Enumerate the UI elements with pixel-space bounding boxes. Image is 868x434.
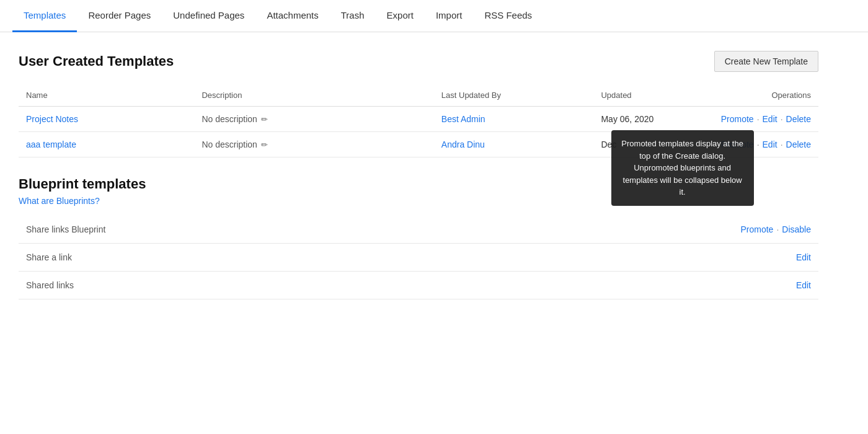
template-operations: Promote · Edit · Delete (714, 132, 818, 157)
col-header-operations: Operations (714, 84, 818, 107)
blueprint-rows: Share links BlueprintPromote · DisableSh… (19, 216, 818, 299)
nav-tab-export[interactable]: Export (376, 0, 425, 32)
blueprint-row-name: Shared links (26, 280, 74, 290)
nav-tab-attachments[interactable]: Attachments (255, 0, 329, 32)
edit-blueprint-link[interactable]: Edit (796, 280, 811, 290)
template-updated-by[interactable]: Andra Dinu (441, 140, 485, 149)
main-content: User Created Templates Create New Templa… (0, 32, 837, 312)
template-description: No description ✏ (194, 107, 433, 132)
template-name-link[interactable]: Project Notes (26, 114, 78, 124)
user-templates-title: User Created Templates (19, 53, 174, 69)
user-templates-table: Name Description Last Updated By Updated… (19, 84, 818, 157)
blueprint-row-ops: Edit (796, 252, 811, 262)
blueprint-templates-title: Blueprint templates (19, 176, 818, 192)
blueprint-row-name: Share links Blueprint (26, 224, 105, 234)
pencil-icon[interactable]: ✏ (261, 115, 268, 124)
nav-tab-trash[interactable]: Trash (330, 0, 376, 32)
edit-link[interactable]: Edit (763, 114, 777, 124)
op-separator: · (781, 140, 783, 149)
promote-blueprint-link[interactable]: Promote (740, 224, 773, 234)
template-updated-by[interactable]: Best Admin (441, 114, 485, 124)
template-updated-date: Dec (593, 132, 713, 157)
op-separator: · (757, 114, 760, 124)
table-row: Project NotesNo description ✏Best AdminM… (19, 107, 818, 132)
delete-link[interactable]: Delete (786, 140, 811, 149)
col-header-last-updated-by: Last Updated By (434, 84, 594, 107)
blueprint-row-name: Share a link (26, 252, 72, 262)
promote-link[interactable]: Promote (721, 140, 754, 149)
blueprint-row-ops: Promote · Disable (740, 224, 811, 234)
template-description: No description ✏ (194, 132, 433, 157)
op-separator: · (776, 224, 779, 234)
promote-link[interactable]: Promote (721, 114, 754, 124)
op-separator: · (781, 114, 783, 124)
nav-tab-import[interactable]: Import (425, 0, 474, 32)
template-name-link[interactable]: aaa template (26, 140, 76, 149)
template-operations: PromotePromoted templates display at the… (714, 107, 818, 132)
disable-blueprint-link[interactable]: Disable (782, 224, 811, 234)
create-new-template-button[interactable]: Create New Template (714, 51, 818, 72)
blueprint-row: Share links BlueprintPromote · Disable (19, 216, 818, 244)
template-updated-date: May 06, 2020 (593, 107, 713, 132)
blueprint-row: Share a linkEdit (19, 244, 818, 272)
nav-tab-undefined-pages[interactable]: Undefined Pages (162, 0, 255, 32)
blueprint-row-ops: Edit (796, 280, 811, 290)
nav-tab-rss-feeds[interactable]: RSS Feeds (473, 0, 543, 32)
what-are-blueprints-link[interactable]: What are Blueprints? (19, 196, 100, 206)
promote-tooltip-wrapper: PromotePromoted templates display at the… (721, 114, 754, 124)
nav-tab-templates[interactable]: Templates (12, 0, 77, 32)
nav-tabs: TemplatesReorder PagesUndefined PagesAtt… (0, 0, 868, 32)
delete-link[interactable]: Delete (786, 114, 811, 124)
edit-link[interactable]: Edit (763, 140, 777, 149)
table-row: aaa templateNo description ✏Andra DinuDe… (19, 132, 818, 157)
col-header-updated: Updated (593, 84, 713, 107)
pencil-icon[interactable]: ✏ (261, 140, 268, 149)
blueprint-sub: What are Blueprints? (19, 196, 818, 206)
col-header-description: Description (194, 84, 433, 107)
blueprint-templates-section: Blueprint templates What are Blueprints?… (19, 176, 818, 299)
nav-tab-reorder-pages[interactable]: Reorder Pages (77, 0, 162, 32)
op-separator: · (757, 140, 760, 149)
section-header: User Created Templates Create New Templa… (19, 51, 818, 72)
edit-blueprint-link[interactable]: Edit (796, 252, 811, 262)
blueprint-row: Shared linksEdit (19, 272, 818, 299)
col-header-name: Name (19, 84, 194, 107)
